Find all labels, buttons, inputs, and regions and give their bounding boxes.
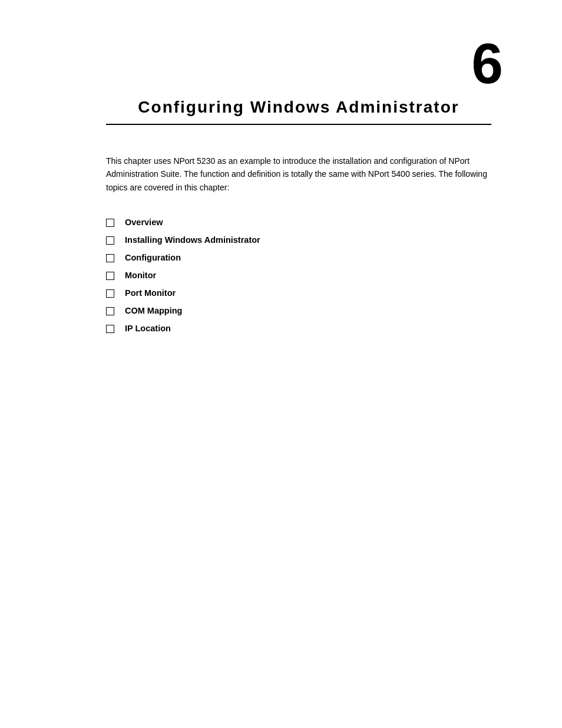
chapter-number: 6: [106, 35, 503, 92]
toc-item-monitor: Monitor: [106, 271, 491, 280]
toc-item-com-mapping: COM Mapping: [106, 306, 491, 315]
toc-item-installing: Installing Windows Administrator: [106, 235, 491, 245]
chapter-title: Configuring Windows Administrator: [106, 98, 491, 125]
toc-item-configuration: Configuration: [106, 253, 491, 262]
toc-label-port-monitor: Port Monitor: [125, 288, 176, 298]
toc-item-port-monitor: Port Monitor: [106, 288, 491, 298]
checkbox-icon-com-mapping: [106, 307, 114, 315]
toc-label-installing: Installing Windows Administrator: [125, 235, 260, 245]
checkbox-icon-monitor: [106, 272, 114, 280]
checkbox-icon-ip-location: [106, 325, 114, 333]
checkbox-icon-installing: [106, 236, 114, 245]
toc-label-com-mapping: COM Mapping: [125, 306, 182, 315]
toc-list: Overview Installing Windows Administrato…: [106, 218, 491, 333]
checkbox-icon-port-monitor: [106, 289, 114, 298]
toc-label-configuration: Configuration: [125, 253, 181, 262]
intro-paragraph: This chapter uses NPort 5230 as an examp…: [106, 154, 491, 194]
toc-label-monitor: Monitor: [125, 271, 156, 280]
toc-item-overview: Overview: [106, 218, 491, 227]
toc-item-ip-location: IP Location: [106, 324, 491, 333]
toc-label-ip-location: IP Location: [125, 324, 171, 333]
checkbox-icon-configuration: [106, 254, 114, 262]
toc-label-overview: Overview: [125, 218, 163, 227]
checkbox-icon-overview: [106, 219, 114, 227]
page: 6 Configuring Windows Administrator This…: [0, 0, 562, 728]
